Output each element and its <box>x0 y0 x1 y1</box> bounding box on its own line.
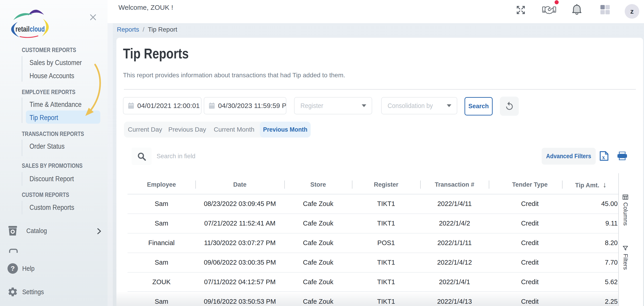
svg-text:cloud: cloud <box>30 25 45 33</box>
svg-text:retail: retail <box>16 25 30 33</box>
